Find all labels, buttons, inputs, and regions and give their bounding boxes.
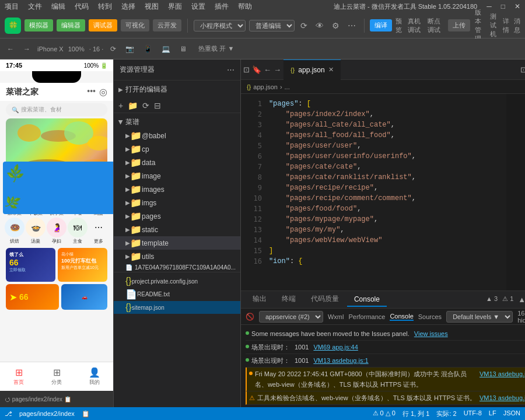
category-item-9[interactable]: ⋯ 更多 — [89, 218, 108, 244]
category-item-6[interactable]: 🍲 汤羹 — [26, 218, 46, 244]
banner-bottom-right[interactable]: 🚗 — [61, 284, 107, 310]
collapse-all-icon[interactable]: ⋯ — [227, 65, 235, 74]
detail-btn[interactable]: 详情 — [503, 17, 509, 34]
file-readme[interactable]: 📄 README.txt — [114, 288, 240, 301]
msg-2-link[interactable]: VM69 app.js:44 — [313, 342, 358, 352]
open-editors-header[interactable]: ▶ 打开的编辑器 — [114, 83, 240, 96]
mode-select[interactable]: 小程序模式 — [194, 20, 246, 32]
status-copy-icon[interactable]: 📋 — [82, 410, 90, 418]
new-folder-btn[interactable]: 📁 — [128, 101, 138, 110]
tab-mine[interactable]: 👤 我的 — [75, 362, 113, 391]
code-content[interactable]: "pages": [ "pages/index2/index", "pages/… — [264, 94, 506, 290]
menu-item-code[interactable]: 代码 — [75, 2, 89, 12]
refresh-btn[interactable]: ⟳ — [142, 101, 149, 110]
tab-app-json[interactable]: {} app.json ✕ — [284, 60, 341, 80]
msg-1-link[interactable]: View issues — [414, 328, 448, 339]
settings-btn[interactable]: ⚙ — [330, 20, 342, 32]
wxml-filter[interactable]: Wxml — [328, 313, 344, 320]
test-btn[interactable]: 测试机 — [490, 12, 498, 38]
compile-action-btn[interactable]: 编译 — [370, 19, 392, 32]
compile-select[interactable]: 普通编辑 — [249, 20, 295, 32]
folder-babel[interactable]: ▶ 📁 @babel — [114, 129, 240, 142]
status-spaces[interactable]: 实际: 2 — [436, 410, 456, 418]
compile-btn[interactable]: ⟳ — [298, 20, 310, 32]
blue-overlay-popup[interactable]: 🌿 ★ ★ 🌿 ★ — [3, 162, 113, 214]
split-view-icon[interactable]: ⊡ — [243, 65, 250, 74]
more-btn[interactable]: ⋯ — [345, 20, 358, 32]
menu-item-help[interactable]: 帮助 — [238, 2, 252, 12]
service-select[interactable]: appservice (#2) — [259, 311, 323, 323]
preview-btn[interactable]: 👁 — [313, 20, 326, 32]
sources-filter[interactable]: Sources — [418, 313, 442, 320]
version-btn[interactable]: 版本管理 — [475, 8, 485, 43]
tab-terminal[interactable]: 终端 — [275, 292, 303, 307]
tab-output[interactable]: 输出 — [246, 292, 274, 307]
menu-item-settings[interactable]: 设置 — [191, 2, 205, 12]
status-encoding[interactable]: UTF-8 — [464, 410, 482, 418]
folder-pages[interactable]: ▶ 📁 pages — [114, 209, 240, 223]
console-filter-active[interactable]: Console — [390, 313, 413, 321]
phone-icon[interactable]: 📱 — [141, 44, 155, 54]
folder-utils[interactable]: ▶ 📁 utils — [114, 250, 240, 263]
tab-category[interactable]: ⊞ 分类 — [38, 362, 76, 391]
folder-image[interactable]: ▶ 📁 image — [114, 169, 240, 183]
rotate-icon[interactable]: ⟳ — [108, 44, 118, 54]
folder-imgs[interactable]: ▶ 📁 imgs — [114, 196, 240, 209]
folder-data[interactable]: ▶ 📁 data — [114, 156, 240, 169]
console-collapse-icon[interactable]: ▲ — [518, 295, 525, 304]
upload-btn[interactable]: 上传 — [448, 19, 470, 32]
folder-images[interactable]: ▶ 📁 images — [114, 183, 240, 196]
folder-static[interactable]: ▶ 📁 static — [114, 223, 240, 236]
simulator-btn[interactable]: 模拟器 — [24, 19, 53, 32]
hotreload-label[interactable]: 热重载 开 ▼ — [198, 44, 234, 53]
status-format[interactable]: JSON — [503, 410, 520, 418]
yundev-btn[interactable]: 云开发 — [153, 19, 181, 32]
menu-item-goto[interactable]: 转到 — [98, 2, 112, 12]
tablet-icon[interactable]: 💻 — [159, 44, 173, 54]
msg-5-link[interactable]: VM13 asdebug.js:1 — [480, 393, 525, 403]
file-partial[interactable]: 📄 1A7E04A79671808F7C109A1A04A0... — [114, 263, 240, 272]
menu-item-select[interactable]: 选择 — [121, 2, 135, 12]
search-bar[interactable]: 🔍 搜索菜谱、食材 — [6, 103, 107, 116]
status-path[interactable]: pages/index2/index — [19, 410, 75, 417]
next-icon[interactable]: → — [21, 44, 33, 54]
folder-template[interactable]: ▶ 📁 template — [114, 236, 240, 250]
prev-icon[interactable]: ← — [5, 44, 16, 54]
collapse-btn[interactable]: ⊟ — [154, 101, 161, 110]
file-sitemap[interactable]: {} sitemap.json — [114, 301, 240, 314]
banner-hungry[interactable]: 饿了么 66 立即领取 — [6, 248, 55, 282]
camera-icon[interactable]: ◎ — [99, 86, 107, 97]
tab-console[interactable]: Console — [347, 293, 387, 307]
menu-item-project[interactable]: 项目 — [5, 2, 19, 12]
bookmark-icon[interactable]: 🔖 — [252, 65, 261, 74]
menu-item-edit[interactable]: 编辑 — [51, 2, 65, 12]
tab-close-icon[interactable]: ✕ — [328, 66, 334, 74]
desktop-icon[interactable]: 🖥 — [177, 44, 189, 54]
file-project-config[interactable]: {} project.private.config.json — [114, 275, 240, 288]
menu-item-plugins[interactable]: 插件 — [215, 2, 229, 12]
editor-split-icon[interactable]: ⊡ — [520, 65, 525, 74]
visualize-btn[interactable]: 可视化 — [121, 19, 149, 32]
editor-btn[interactable]: 编辑器 — [57, 19, 85, 32]
screenshot-icon[interactable]: 📷 — [123, 44, 136, 54]
status-errors[interactable]: ⚠ 0 △ 0 — [373, 410, 396, 418]
category-item-7[interactable]: 🤰 孕妇 — [47, 218, 66, 244]
status-line-col[interactable]: 行 1, 列 1 — [402, 410, 429, 418]
category-item-8[interactable]: 🍽 主食 — [68, 218, 88, 244]
performance-filter[interactable]: Performance — [348, 313, 385, 320]
debugger-btn[interactable]: 调试器 — [89, 19, 117, 32]
msg-3-link[interactable]: VM13 asdebug.js:1 — [313, 355, 368, 366]
status-lf[interactable]: LF — [489, 410, 496, 418]
more-dots-icon[interactable]: ••• — [87, 86, 96, 97]
category-item-5[interactable]: 🍩 烘焙 — [5, 218, 24, 244]
clear-console-icon[interactable]: 🚫 — [246, 313, 254, 321]
root-section-header[interactable]: ▶ 菜谱 — [114, 116, 240, 129]
levels-select[interactable]: Default levels ▼ — [446, 311, 513, 323]
banner-flower[interactable]: 花小猫 100元打车红包 新用户首单立减10元 — [58, 248, 107, 282]
back-icon[interactable]: ← — [264, 65, 271, 74]
new-file-btn[interactable]: + — [118, 101, 123, 110]
menu-item-interface[interactable]: 界面 — [168, 2, 182, 12]
message-btn[interactable]: 消息 — [514, 17, 520, 34]
forward-icon[interactable]: → — [274, 65, 281, 74]
folder-cp[interactable]: ▶ 📁 cp — [114, 142, 240, 156]
